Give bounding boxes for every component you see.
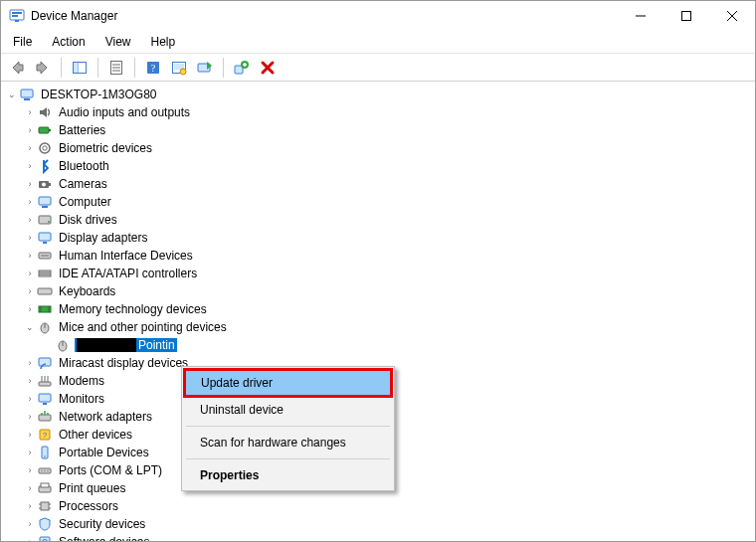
tree-category[interactable]: ›Computer: [3, 193, 753, 211]
svg-text:?: ?: [43, 431, 48, 440]
expander-open-icon[interactable]: ⌄: [23, 320, 37, 334]
category-icon: [37, 194, 53, 210]
category-icon: [37, 516, 53, 532]
tree-category-label: IDE ATA/ATAPI controllers: [57, 267, 199, 280]
tree-category[interactable]: ›Batteries: [3, 121, 753, 139]
mouse-icon: [55, 337, 71, 353]
tree-category[interactable]: ›Cameras: [3, 175, 753, 193]
ctx-scan-hardware[interactable]: Scan for hardware changes: [184, 430, 392, 455]
menu-view[interactable]: View: [97, 33, 139, 51]
expander-closed-icon[interactable]: ›: [23, 284, 37, 298]
redacted-text: [77, 338, 136, 352]
tree-root[interactable]: ⌄DESKTOP-1M3OG80: [3, 86, 753, 103]
svg-rect-37: [43, 242, 47, 244]
minimize-button[interactable]: [618, 1, 663, 31]
toolbar-separator: [97, 58, 98, 78]
expander-closed-icon[interactable]: ›: [23, 392, 37, 406]
category-icon: [37, 534, 53, 542]
tree-category[interactable]: ›Biometric devices: [3, 139, 753, 157]
menu-file[interactable]: File: [5, 33, 40, 51]
tree-category-label: Mice and other pointing devices: [57, 320, 229, 334]
disable-device-button[interactable]: [258, 58, 278, 78]
maximize-button[interactable]: [663, 1, 709, 31]
ctx-properties[interactable]: Properties: [184, 462, 392, 488]
tree-category-label: Portable Devices: [57, 446, 151, 459]
scan-hardware-button[interactable]: [169, 58, 189, 78]
svg-rect-36: [39, 233, 51, 241]
svg-rect-26: [49, 129, 51, 131]
tree-category-label: Security devices: [57, 517, 147, 531]
back-button[interactable]: [7, 58, 27, 78]
expander-closed-icon[interactable]: ›: [23, 374, 37, 388]
tree-category[interactable]: ›Security devices: [3, 515, 753, 533]
category-icon: ?: [37, 427, 53, 443]
expander-closed-icon[interactable]: ›: [23, 410, 37, 424]
ctx-update-driver[interactable]: Update driver: [185, 370, 391, 396]
svg-rect-54: [39, 394, 51, 402]
category-icon: [37, 283, 53, 299]
expander-open-icon[interactable]: ⌄: [5, 88, 19, 101]
tree-category[interactable]: ›Human Interface Devices: [3, 247, 753, 265]
tree-category[interactable]: ›Audio inputs and outputs: [3, 103, 753, 121]
tree-category-label: Other devices: [57, 428, 134, 442]
help-button[interactable]: ?: [143, 58, 163, 78]
expander-closed-icon[interactable]: ›: [23, 105, 37, 119]
expander-closed-icon[interactable]: ›: [23, 499, 37, 513]
expander-closed-icon[interactable]: ›: [23, 249, 37, 263]
expander-closed-icon[interactable]: ›: [23, 302, 37, 316]
category-icon: [37, 445, 53, 460]
context-menu: Update driver Uninstall device Scan for …: [181, 366, 395, 491]
forward-button[interactable]: [33, 58, 53, 78]
tree-category-label: Audio inputs and outputs: [57, 105, 192, 119]
expander-closed-icon[interactable]: ›: [23, 481, 37, 495]
tree-category-label: Software devices: [57, 535, 151, 542]
svg-point-28: [43, 146, 47, 150]
menu-help[interactable]: Help: [143, 33, 184, 51]
category-icon: [37, 373, 53, 389]
menu-action[interactable]: Action: [44, 33, 93, 51]
uninstall-device-button[interactable]: [232, 58, 252, 78]
tree-device-selected[interactable]: Pointin: [3, 336, 753, 354]
window-title: Device Manager: [31, 9, 618, 23]
tree-category[interactable]: ›Bluetooth: [3, 157, 753, 175]
expander-closed-icon[interactable]: ›: [23, 463, 37, 477]
svg-point-62: [41, 470, 42, 471]
update-driver-button[interactable]: [195, 58, 215, 78]
tree-category[interactable]: ›Processors: [3, 497, 753, 515]
svg-rect-67: [41, 502, 49, 510]
expander-closed-icon[interactable]: ›: [23, 356, 37, 370]
expander-closed-icon[interactable]: ›: [23, 177, 37, 191]
expander-closed-icon[interactable]: ›: [23, 446, 37, 459]
tree-category-label: Network adapters: [57, 410, 154, 424]
svg-rect-10: [74, 63, 78, 73]
expander-closed-icon[interactable]: ›: [23, 267, 37, 280]
close-button[interactable]: [709, 1, 755, 31]
svg-rect-3: [15, 20, 19, 22]
ctx-uninstall-device[interactable]: Uninstall device: [184, 397, 392, 423]
tree-category[interactable]: ›Disk drives: [3, 211, 753, 229]
tree-category[interactable]: ›IDE ATA/ATAPI controllers: [3, 265, 753, 282]
titlebar: Device Manager: [1, 1, 755, 31]
toolbar-separator: [134, 58, 135, 78]
expander-closed-icon[interactable]: ›: [23, 123, 37, 137]
expander-closed-icon[interactable]: ›: [23, 195, 37, 209]
expander-closed-icon[interactable]: ›: [23, 213, 37, 227]
svg-point-63: [44, 470, 45, 471]
category-icon: [37, 409, 53, 425]
tree-category[interactable]: ⌄Mice and other pointing devices: [3, 318, 753, 336]
category-icon: [37, 122, 53, 138]
expander-closed-icon[interactable]: ›: [23, 141, 37, 155]
expander-closed-icon[interactable]: ›: [23, 535, 37, 542]
expander-closed-icon[interactable]: ›: [23, 428, 37, 442]
tree-category[interactable]: ›Memory technology devices: [3, 300, 753, 318]
svg-rect-55: [43, 403, 47, 405]
properties-button[interactable]: [106, 58, 126, 78]
tree-category-label: Display adapters: [57, 231, 149, 245]
expander-closed-icon[interactable]: ›: [23, 159, 37, 173]
expander-closed-icon[interactable]: ›: [23, 231, 37, 245]
expander-closed-icon[interactable]: ›: [23, 517, 37, 531]
tree-category[interactable]: ›Keyboards: [3, 282, 753, 300]
tree-category[interactable]: ›Software devices: [3, 533, 753, 542]
show-hide-console-tree-button[interactable]: [70, 58, 90, 78]
tree-category[interactable]: ›Display adapters: [3, 229, 753, 247]
